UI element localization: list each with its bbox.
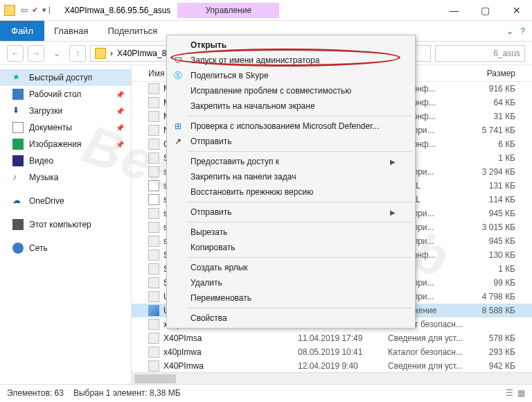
context-item[interactable]: Открыть: [167, 37, 415, 53]
file-icon: [148, 97, 159, 108]
pc-icon: [12, 219, 24, 230]
file-row[interactable]: x40pImwa08.05.2019 10:41Каталог безопасн…: [132, 345, 532, 359]
status-count: Элементов: 63: [7, 388, 64, 398]
chevron-right-icon: ▶: [390, 158, 396, 166]
context-item[interactable]: Копировать: [167, 240, 415, 255]
help-icon[interactable]: ?: [520, 26, 525, 36]
file-size: 99 КБ: [464, 278, 532, 288]
file-size: 945 КБ: [464, 236, 532, 246]
nav-back-button[interactable]: ←: [7, 45, 24, 62]
sidebar-pictures[interactable]: Изображения📌: [0, 136, 131, 152]
folder-icon: [4, 5, 15, 16]
file-size: 916 КБ: [464, 84, 532, 94]
file-icon: [148, 347, 159, 358]
file-size: 131 КБ: [464, 181, 532, 191]
context-item[interactable]: ⓈПоделиться в Skype: [167, 68, 415, 83]
sidebar-desktop[interactable]: Рабочий стол📌: [0, 86, 131, 103]
sidebar-quick-access[interactable]: ★Быстрый доступ: [0, 69, 131, 86]
sidebar-downloads[interactable]: ⬇Загрузки📌: [0, 103, 131, 119]
titlebar-left: ▭ ✔ ▾ |: [0, 5, 57, 16]
context-item[interactable]: ⊞Проверка с использованием Microsoft Def…: [167, 119, 415, 134]
context-item-label: Вырезать: [190, 227, 227, 237]
horizontal-scrollbar[interactable]: [132, 372, 532, 384]
search-placeholder: 6_asus: [493, 49, 520, 58]
chevron-right-icon: ▶: [390, 209, 396, 216]
close-button[interactable]: ✕: [501, 0, 532, 21]
file-icon: [148, 208, 159, 219]
pin-icon: 📌: [116, 91, 124, 98]
maximize-button[interactable]: ▢: [470, 0, 501, 21]
qat-check-icon[interactable]: ✔: [32, 6, 38, 15]
pin-icon: 📌: [116, 124, 124, 132]
context-item[interactable]: Закрепить на панели задач: [167, 169, 415, 184]
context-item[interactable]: Вырезать: [167, 225, 415, 240]
context-item[interactable]: Исправление проблем с совместимостью: [167, 83, 415, 98]
col-size[interactable]: Размер: [464, 69, 532, 78]
file-row[interactable]: X40PImsa11.04.2019 17:49Сведения для уст…: [132, 331, 532, 345]
context-item[interactable]: Переименовать: [167, 290, 415, 306]
context-item-label: Проверка с использованием Microsoft Defe…: [190, 121, 380, 131]
context-item-label: Отправить: [190, 137, 232, 146]
context-item-label: Переименовать: [190, 293, 251, 303]
file-icon: [148, 139, 159, 150]
manage-tab[interactable]: Управление: [177, 3, 279, 18]
qat-divider: ▾ |: [42, 6, 51, 15]
context-separator: [188, 222, 412, 222]
shield-icon: 🛡: [172, 55, 184, 66]
view-thumbnails-icon[interactable]: ▦: [517, 388, 525, 398]
context-item-label: Отправить: [190, 207, 232, 217]
sidebar-network[interactable]: Сеть: [0, 240, 131, 256]
context-item[interactable]: Удалить: [167, 275, 415, 290]
file-size: 4 798 КБ: [464, 292, 532, 302]
file-size: 130 КБ: [464, 250, 532, 260]
file-icon: [148, 83, 159, 94]
context-separator: [188, 151, 412, 152]
context-item-label: Закрепить на начальном экране: [190, 101, 315, 111]
context-item[interactable]: Закрепить на начальном экране: [167, 98, 415, 114]
file-icon: [148, 250, 159, 261]
minimize-button[interactable]: ―: [438, 0, 470, 21]
view-details-icon[interactable]: ☰: [506, 388, 513, 398]
context-item-label: Исправление проблем с совместимостью: [190, 86, 351, 96]
file-icon: [148, 305, 159, 316]
context-item-label: Поделиться в Skype: [190, 71, 269, 80]
ribbon-home[interactable]: Главная: [44, 21, 98, 41]
scrollbar-thumb[interactable]: [134, 374, 176, 383]
ribbon-file[interactable]: Файл: [0, 21, 44, 41]
sidebar-video[interactable]: Видео: [0, 152, 131, 169]
ribbon-share[interactable]: Поделиться: [98, 21, 167, 41]
context-separator: [188, 257, 412, 258]
context-item[interactable]: Создать ярлык: [167, 260, 415, 275]
qat-properties-icon[interactable]: ▭: [21, 6, 28, 15]
download-icon: ⬇: [12, 105, 24, 116]
context-item[interactable]: Свойства: [167, 311, 415, 326]
status-view-icons: ☰ ▦: [506, 388, 525, 398]
context-item-label: Создать ярлык: [190, 263, 248, 272]
file-row[interactable]: X40PImwa12.04.2019 9:40Сведения для уст.…: [132, 359, 532, 372]
context-item[interactable]: 🛡Запуск от имени администратора: [167, 53, 415, 68]
sidebar-thispc[interactable]: Этот компьютер: [0, 216, 131, 233]
file-icon: [148, 152, 159, 164]
navigation-pane: ★Быстрый доступ Рабочий стол📌 ⬇Загрузки📌…: [0, 65, 132, 384]
folder-icon: [95, 48, 106, 59]
music-icon: ♪: [12, 172, 24, 183]
ribbon-expand-icon[interactable]: ⌄: [506, 26, 513, 36]
search-box[interactable]: 6_asus: [435, 45, 525, 62]
context-item[interactable]: Восстановить прежнюю версию: [167, 184, 415, 200]
context-item[interactable]: Отправить▶: [167, 204, 415, 220]
file-icon: [148, 333, 159, 344]
sidebar-documents[interactable]: Документы📌: [0, 119, 131, 136]
file-icon: [148, 125, 159, 136]
nav-forward-button[interactable]: →: [28, 45, 44, 62]
nav-up-button[interactable]: ↑: [69, 45, 86, 62]
titlebar: ▭ ✔ ▾ | X40PImwa_8.66.95.56_asus Управле…: [0, 0, 532, 21]
context-item[interactable]: ↗Отправить: [167, 134, 415, 149]
nav-recent-button[interactable]: ⌄: [48, 45, 65, 62]
sidebar-onedrive[interactable]: ☁OneDrive: [0, 193, 131, 209]
file-size: 6 КБ: [464, 139, 532, 149]
context-item[interactable]: Предоставить доступ к▶: [167, 154, 415, 169]
sidebar-music[interactable]: ♪Музыка: [0, 169, 131, 186]
context-item-label: Открыть: [190, 40, 227, 50]
context-item-label: Закрепить на панели задач: [190, 172, 296, 182]
file-name: x40pImwa: [163, 347, 202, 357]
